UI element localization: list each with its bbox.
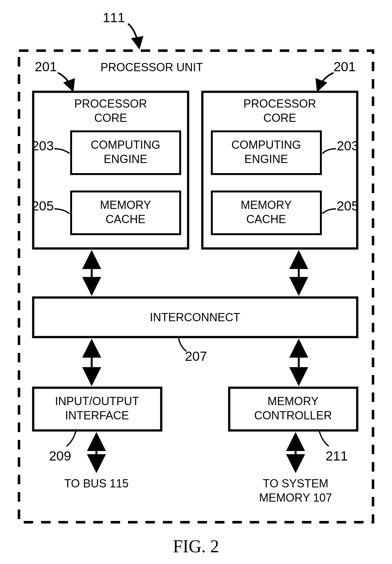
io-l1: INPUT/OUTPUT (55, 395, 139, 408)
leader-201-right (318, 73, 334, 90)
engine-left-l1: COMPUTING (91, 138, 160, 151)
ref-205-right: 205 (337, 198, 359, 213)
core-left-l1: PROCESSOR (74, 97, 147, 110)
leader-205-right (322, 209, 336, 214)
engine-right-l2: ENGINE (244, 153, 288, 166)
ref-203-left: 203 (32, 138, 54, 153)
core-right-l2: CORE (263, 111, 296, 124)
ref-207: 207 (185, 349, 207, 364)
core-left-l2: CORE (94, 111, 127, 124)
mem-l1: MEMORY (267, 395, 318, 408)
ref-205-left: 205 (32, 198, 54, 213)
cache-right-l2: CACHE (246, 213, 286, 226)
interconnect-label: INTERCONNECT (150, 311, 240, 324)
leader-205-left (54, 209, 70, 214)
unit-title: PROCESSOR UNIT (101, 61, 203, 74)
core-right-l1: PROCESSOR (243, 97, 316, 110)
ref-111: 111 (103, 10, 125, 25)
io-l2: INTERFACE (65, 409, 129, 422)
engine-left-l2: ENGINE (104, 153, 147, 166)
leader-203-left (54, 149, 70, 154)
leader-211 (319, 431, 329, 446)
figure-label: FIG. 2 (173, 536, 219, 556)
cache-right-l1: MEMORY (241, 198, 291, 211)
to-sys-l2: MEMORY 107 (259, 491, 332, 504)
diagram-canvas: 111 PROCESSOR UNIT 201 201 PROCESSOR COR… (0, 0, 392, 564)
ref-203-right: 203 (337, 138, 359, 153)
ref-209: 209 (49, 448, 71, 463)
processor-unit-box (19, 51, 373, 522)
cache-left-l1: MEMORY (100, 198, 151, 211)
leader-111 (128, 24, 139, 47)
leader-209 (66, 431, 76, 446)
ref-211: 211 (326, 448, 348, 463)
ref-201-right: 201 (334, 59, 356, 74)
to-bus: TO BUS 115 (64, 477, 128, 490)
cache-left-l2: CACHE (106, 213, 145, 226)
leader-203-right (322, 149, 336, 154)
leader-201-left (58, 73, 73, 90)
ref-201-left: 201 (35, 59, 57, 74)
engine-right-l1: COMPUTING (231, 138, 301, 151)
to-sys-l1: TO SYSTEM (263, 477, 328, 490)
mem-l2: CONTROLLER (254, 409, 332, 422)
